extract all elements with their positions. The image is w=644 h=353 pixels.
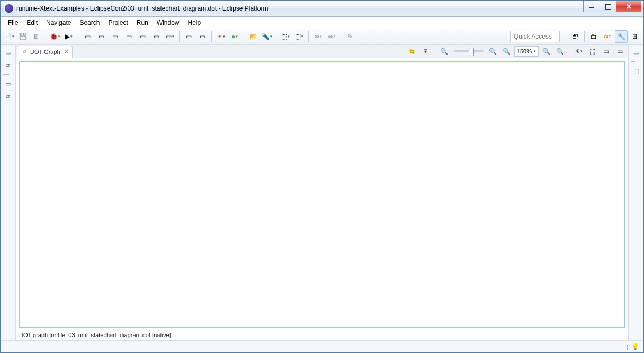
zoom-fit-icon[interactable]: 🔍 bbox=[500, 45, 513, 58]
tab-label: DOT Graph bbox=[30, 49, 60, 55]
annotation-prev[interactable]: ⬚▾ bbox=[279, 30, 292, 43]
menubar: File Edit Navigate Search Project Run Wi… bbox=[1, 17, 643, 29]
annotation-next[interactable]: ⬚▾ bbox=[293, 30, 306, 43]
menu-search[interactable]: Search bbox=[75, 18, 104, 28]
toolbar-separator bbox=[435, 46, 435, 57]
main-toolbar: 📄▾ 💾 🗎 🐞▾ ▶▾ ▭ ▭ ▭ ▭ ▭ ▭ ▭▾ ▭ ▭ ✦▾ ●▾ 📂 … bbox=[1, 29, 643, 44]
tip-bulb-icon[interactable]: 💡 bbox=[631, 343, 639, 350]
toolbar-separator bbox=[308, 31, 309, 42]
zoom-out-icon[interactable]: 🔍 bbox=[553, 45, 566, 58]
open-type-button[interactable]: 📂 bbox=[247, 30, 260, 43]
graph-area[interactable]: LR_0LR_1LR_2LR_3LR_4LR_5LR_6LR_7LR_8 SS(… bbox=[16, 58, 628, 340]
perspective-git[interactable]: GIT bbox=[601, 30, 614, 43]
menu-file[interactable]: File bbox=[4, 18, 22, 28]
toolbar-separator bbox=[584, 31, 585, 42]
toolbar-separator bbox=[276, 31, 276, 42]
outline-icon[interactable]: ⧉ bbox=[3, 91, 13, 102]
toolbar-separator bbox=[244, 31, 244, 42]
titlebar[interactable]: runtime-Xtext-Examples - EclipseCon2/03_… bbox=[1, 1, 643, 17]
tool-f[interactable]: ▭ bbox=[150, 30, 163, 43]
show-source-icon[interactable]: 🗎 bbox=[419, 45, 432, 58]
graph-status-label: DOT graph for file: 03_uml_statechart_di… bbox=[19, 332, 171, 338]
toolbar-separator bbox=[569, 46, 569, 57]
eclipse-icon bbox=[5, 4, 13, 13]
tool-b[interactable]: ▭ bbox=[95, 30, 108, 43]
tool-g[interactable]: ▭▾ bbox=[164, 30, 176, 43]
quick-access[interactable] bbox=[510, 31, 560, 42]
tool-h[interactable]: ▭ bbox=[182, 30, 195, 43]
tool-e[interactable]: ▭ bbox=[136, 30, 149, 43]
new-button[interactable]: 📄▾ bbox=[3, 30, 15, 43]
search-button[interactable]: 🔦▾ bbox=[261, 30, 273, 43]
window-title: runtime-Xtext-Examples - EclipseCon2/03_… bbox=[16, 5, 584, 12]
maximize-button[interactable] bbox=[600, 1, 616, 12]
graph-svg[interactable]: LR_0LR_1LR_2LR_3LR_4LR_5LR_6LR_7LR_8 SS(… bbox=[19, 61, 178, 141]
graph-icon: ⧉ bbox=[21, 48, 28, 56]
quick-access-input[interactable] bbox=[511, 33, 559, 40]
toolbar-separator bbox=[78, 31, 78, 42]
menu-help[interactable]: Help bbox=[184, 18, 205, 28]
menu-window[interactable]: Window bbox=[153, 18, 184, 28]
back-button[interactable]: ⇦▾ bbox=[311, 30, 324, 43]
pin-button[interactable]: ✎ bbox=[344, 30, 356, 43]
tab-close-icon[interactable]: ✕ bbox=[64, 48, 69, 56]
forward-button[interactable]: ⇨▾ bbox=[325, 30, 338, 43]
eclipse-window: runtime-Xtext-Examples - EclipseCon2/03_… bbox=[0, 0, 644, 353]
right-view-icon[interactable]: ⬚ bbox=[631, 66, 641, 76]
right-sidebar: ▭ ⬚ bbox=[628, 45, 643, 340]
save-all-button[interactable]: 🗎 bbox=[30, 30, 43, 43]
editor-toolbar: ⇆ 🗎 🔍 🔍 🔍 150%▾ 🔍 🔍 ✳▾ ⬚ ▭ ▭ bbox=[406, 45, 628, 58]
zoom-slider[interactable] bbox=[454, 50, 484, 52]
package-explorer-icon[interactable]: ⧉ bbox=[3, 60, 13, 70]
perspective-resource[interactable]: 🗀 bbox=[587, 30, 600, 43]
tool-j[interactable]: ✦▾ bbox=[214, 30, 227, 43]
debug-button[interactable]: 🐞▾ bbox=[49, 30, 61, 43]
zoom-in-icon[interactable]: 🔍 bbox=[540, 45, 552, 58]
open-perspective-button[interactable]: 🗗 bbox=[569, 30, 582, 43]
zoom-value[interactable]: 150%▾ bbox=[514, 46, 539, 57]
tool-i[interactable]: ▭ bbox=[196, 30, 209, 43]
tab-dot-graph[interactable]: ⧉ DOT Graph ✕ bbox=[17, 46, 73, 58]
menu-navigate[interactable]: Navigate bbox=[42, 18, 75, 28]
restore-right-icon[interactable]: ▭ bbox=[631, 47, 641, 58]
toolbar-separator bbox=[566, 31, 566, 42]
perspective-debug[interactable]: 🔧 bbox=[615, 30, 628, 43]
minimize-view-icon[interactable]: ▭ bbox=[600, 45, 612, 58]
link-editor-icon[interactable]: ⇆ bbox=[406, 45, 418, 58]
close-button[interactable]: ✕ bbox=[616, 1, 641, 12]
zoom-out-reset-icon[interactable]: 🔍 bbox=[438, 45, 451, 58]
tool-d[interactable]: ▭ bbox=[122, 30, 135, 43]
tool-c[interactable]: ▭ bbox=[109, 30, 121, 43]
perspective-java[interactable]: 🗏 bbox=[629, 30, 641, 43]
run-button[interactable]: ▶▾ bbox=[62, 30, 75, 43]
left-sidebar: ▭ ⧉ ▭ ⧉ bbox=[1, 45, 16, 340]
toolbar-separator bbox=[46, 31, 46, 42]
menu-run[interactable]: Run bbox=[132, 18, 153, 28]
maximize-view-icon[interactable]: ▭ bbox=[613, 45, 626, 58]
editor-tabstrip: ⧉ DOT Graph ✕ ⇆ 🗎 🔍 🔍 🔍 150%▾ 🔍 🔍 bbox=[16, 45, 628, 58]
tip-indicator-icon[interactable]: ¦ bbox=[627, 343, 628, 350]
save-button[interactable]: 💾 bbox=[16, 30, 29, 43]
restore-view2-icon[interactable]: ▭ bbox=[3, 78, 13, 89]
zoom-in-reset-icon[interactable]: 🔍 bbox=[487, 45, 499, 58]
statusbar: ¦ 💡 bbox=[1, 340, 643, 352]
toolbar-separator bbox=[179, 31, 180, 42]
minimize-button[interactable] bbox=[583, 1, 600, 12]
tool-k[interactable]: ●▾ bbox=[228, 30, 241, 43]
tool-a[interactable]: ▭ bbox=[81, 30, 94, 43]
toolbar-separator bbox=[211, 31, 212, 42]
fit-page-icon[interactable]: ✳▾ bbox=[572, 45, 585, 58]
toolbar-separator bbox=[341, 31, 341, 42]
restore-view-icon[interactable]: ▭ bbox=[3, 47, 13, 58]
menu-project[interactable]: Project bbox=[104, 18, 132, 28]
menu-edit[interactable]: Edit bbox=[22, 18, 42, 28]
layout-icon[interactable]: ⬚ bbox=[586, 45, 598, 58]
